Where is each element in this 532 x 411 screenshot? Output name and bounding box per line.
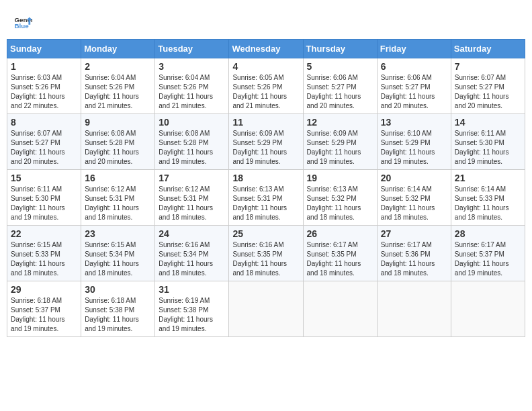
day-info: Sunrise: 6:14 AM Sunset: 5:32 PM Dayligh…: [381, 185, 447, 222]
day-number: 30: [85, 284, 151, 295]
day-number: 18: [232, 173, 299, 183]
day-number: 17: [159, 173, 225, 183]
day-info: Sunrise: 6:03 AM Sunset: 5:26 PM Dayligh…: [11, 73, 77, 111]
calendar-cell: 5Sunrise: 6:06 AM Sunset: 5:27 PM Daylig…: [303, 58, 377, 114]
day-info: Sunrise: 6:14 AM Sunset: 5:33 PM Dayligh…: [455, 185, 521, 222]
calendar-cell: 1Sunrise: 6:03 AM Sunset: 5:26 PM Daylig…: [7, 58, 81, 114]
day-info: Sunrise: 6:11 AM Sunset: 5:30 PM Dayligh…: [11, 185, 77, 222]
calendar-cell: 24Sunrise: 6:16 AM Sunset: 5:34 PM Dayli…: [155, 226, 229, 281]
calendar-cell: 14Sunrise: 6:11 AM Sunset: 5:30 PM Dayli…: [451, 114, 525, 170]
calendar-cell: 23Sunrise: 6:15 AM Sunset: 5:34 PM Dayli…: [81, 226, 155, 281]
calendar-cell: 3Sunrise: 6:04 AM Sunset: 5:26 PM Daylig…: [155, 58, 229, 114]
day-header-tuesday: Tuesday: [155, 40, 229, 58]
day-info: Sunrise: 6:15 AM Sunset: 5:33 PM Dayligh…: [11, 240, 77, 278]
day-number: 25: [232, 228, 299, 239]
day-info: Sunrise: 6:19 AM Sunset: 5:38 PM Dayligh…: [159, 296, 225, 334]
day-info: Sunrise: 6:15 AM Sunset: 5:34 PM Dayligh…: [85, 240, 151, 278]
day-info: Sunrise: 6:12 AM Sunset: 5:31 PM Dayligh…: [85, 185, 151, 222]
calendar-week-4: 22Sunrise: 6:15 AM Sunset: 5:33 PM Dayli…: [7, 226, 525, 281]
day-info: Sunrise: 6:16 AM Sunset: 5:35 PM Dayligh…: [232, 240, 299, 278]
day-number: 16: [85, 173, 151, 183]
day-info: Sunrise: 6:18 AM Sunset: 5:38 PM Dayligh…: [85, 296, 151, 334]
calendar-cell: 16Sunrise: 6:12 AM Sunset: 5:31 PM Dayli…: [81, 170, 155, 226]
day-number: 27: [381, 228, 447, 239]
day-number: 31: [159, 284, 225, 295]
calendar-cell: [303, 281, 377, 337]
day-number: 29: [11, 284, 77, 295]
day-info: Sunrise: 6:04 AM Sunset: 5:26 PM Dayligh…: [85, 73, 151, 111]
day-number: 4: [232, 61, 299, 72]
calendar-cell: 17Sunrise: 6:12 AM Sunset: 5:31 PM Dayli…: [155, 170, 229, 226]
day-number: 24: [159, 228, 225, 239]
logo: General Blue: [13, 13, 32, 32]
day-number: 10: [159, 117, 225, 128]
day-info: Sunrise: 6:10 AM Sunset: 5:29 PM Dayligh…: [381, 129, 447, 167]
day-info: Sunrise: 6:05 AM Sunset: 5:26 PM Dayligh…: [232, 73, 299, 111]
calendar-cell: 19Sunrise: 6:13 AM Sunset: 5:32 PM Dayli…: [303, 170, 377, 226]
day-number: 2: [85, 61, 151, 72]
calendar-cell: [229, 281, 303, 337]
day-header-thursday: Thursday: [303, 40, 377, 58]
calendar-cell: 9Sunrise: 6:08 AM Sunset: 5:28 PM Daylig…: [81, 114, 155, 170]
day-number: 21: [455, 173, 521, 183]
day-number: 1: [11, 61, 77, 72]
day-header-saturday: Saturday: [451, 40, 525, 58]
day-header-wednesday: Wednesday: [229, 40, 303, 58]
day-info: Sunrise: 6:17 AM Sunset: 5:35 PM Dayligh…: [307, 240, 373, 278]
calendar-cell: [377, 281, 451, 337]
day-number: 20: [381, 173, 447, 183]
calendar-table: SundayMondayTuesdayWednesdayThursdayFrid…: [7, 39, 525, 337]
logo-icon: General Blue: [13, 13, 32, 32]
day-header-monday: Monday: [81, 40, 155, 58]
day-info: Sunrise: 6:11 AM Sunset: 5:30 PM Dayligh…: [455, 129, 521, 167]
day-info: Sunrise: 6:17 AM Sunset: 5:37 PM Dayligh…: [455, 240, 521, 278]
calendar-cell: 25Sunrise: 6:16 AM Sunset: 5:35 PM Dayli…: [229, 226, 303, 281]
day-info: Sunrise: 6:13 AM Sunset: 5:31 PM Dayligh…: [232, 185, 299, 222]
day-header-sunday: Sunday: [7, 40, 81, 58]
calendar-cell: 29Sunrise: 6:18 AM Sunset: 5:37 PM Dayli…: [7, 281, 81, 337]
calendar-cell: 31Sunrise: 6:19 AM Sunset: 5:38 PM Dayli…: [155, 281, 229, 337]
day-info: Sunrise: 6:06 AM Sunset: 5:27 PM Dayligh…: [381, 73, 447, 111]
calendar-cell: 12Sunrise: 6:09 AM Sunset: 5:29 PM Dayli…: [303, 114, 377, 170]
calendar-week-3: 15Sunrise: 6:11 AM Sunset: 5:30 PM Dayli…: [7, 170, 525, 226]
day-number: 7: [455, 61, 521, 72]
calendar-body: 1Sunrise: 6:03 AM Sunset: 5:26 PM Daylig…: [7, 58, 525, 337]
day-number: 3: [159, 61, 225, 72]
day-number: 12: [307, 117, 373, 128]
day-number: 19: [307, 173, 373, 183]
day-info: Sunrise: 6:12 AM Sunset: 5:31 PM Dayligh…: [159, 185, 225, 222]
calendar-week-2: 8Sunrise: 6:07 AM Sunset: 5:27 PM Daylig…: [7, 114, 525, 170]
calendar-cell: 11Sunrise: 6:09 AM Sunset: 5:29 PM Dayli…: [229, 114, 303, 170]
day-info: Sunrise: 6:17 AM Sunset: 5:36 PM Dayligh…: [381, 240, 447, 278]
day-number: 23: [85, 228, 151, 239]
calendar-cell: 8Sunrise: 6:07 AM Sunset: 5:27 PM Daylig…: [7, 114, 81, 170]
calendar-cell: 6Sunrise: 6:06 AM Sunset: 5:27 PM Daylig…: [377, 58, 451, 114]
day-number: 6: [381, 61, 447, 72]
calendar-cell: 13Sunrise: 6:10 AM Sunset: 5:29 PM Dayli…: [377, 114, 451, 170]
calendar-cell: 20Sunrise: 6:14 AM Sunset: 5:32 PM Dayli…: [377, 170, 451, 226]
calendar-cell: 4Sunrise: 6:05 AM Sunset: 5:26 PM Daylig…: [229, 58, 303, 114]
calendar-cell: 28Sunrise: 6:17 AM Sunset: 5:37 PM Dayli…: [451, 226, 525, 281]
calendar-cell: 26Sunrise: 6:17 AM Sunset: 5:35 PM Dayli…: [303, 226, 377, 281]
calendar-cell: 22Sunrise: 6:15 AM Sunset: 5:33 PM Dayli…: [7, 226, 81, 281]
calendar-cell: 30Sunrise: 6:18 AM Sunset: 5:38 PM Dayli…: [81, 281, 155, 337]
calendar-week-5: 29Sunrise: 6:18 AM Sunset: 5:37 PM Dayli…: [7, 281, 525, 337]
day-header-friday: Friday: [377, 40, 451, 58]
day-info: Sunrise: 6:04 AM Sunset: 5:26 PM Dayligh…: [159, 73, 225, 111]
day-info: Sunrise: 6:16 AM Sunset: 5:34 PM Dayligh…: [159, 240, 225, 278]
day-info: Sunrise: 6:09 AM Sunset: 5:29 PM Dayligh…: [307, 129, 373, 167]
calendar-header-row: SundayMondayTuesdayWednesdayThursdayFrid…: [7, 40, 525, 58]
calendar-cell: 2Sunrise: 6:04 AM Sunset: 5:26 PM Daylig…: [81, 58, 155, 114]
day-info: Sunrise: 6:09 AM Sunset: 5:29 PM Dayligh…: [232, 129, 299, 167]
calendar-cell: 18Sunrise: 6:13 AM Sunset: 5:31 PM Dayli…: [229, 170, 303, 226]
calendar-week-1: 1Sunrise: 6:03 AM Sunset: 5:26 PM Daylig…: [7, 58, 525, 114]
day-info: Sunrise: 6:07 AM Sunset: 5:27 PM Dayligh…: [455, 73, 521, 111]
day-info: Sunrise: 6:08 AM Sunset: 5:28 PM Dayligh…: [159, 129, 225, 167]
day-number: 28: [455, 228, 521, 239]
day-info: Sunrise: 6:08 AM Sunset: 5:28 PM Dayligh…: [85, 129, 151, 167]
calendar-cell: 7Sunrise: 6:07 AM Sunset: 5:27 PM Daylig…: [451, 58, 525, 114]
svg-text:Blue: Blue: [14, 22, 29, 30]
day-number: 22: [11, 228, 77, 239]
calendar-cell: 21Sunrise: 6:14 AM Sunset: 5:33 PM Dayli…: [451, 170, 525, 226]
day-number: 5: [307, 61, 373, 72]
